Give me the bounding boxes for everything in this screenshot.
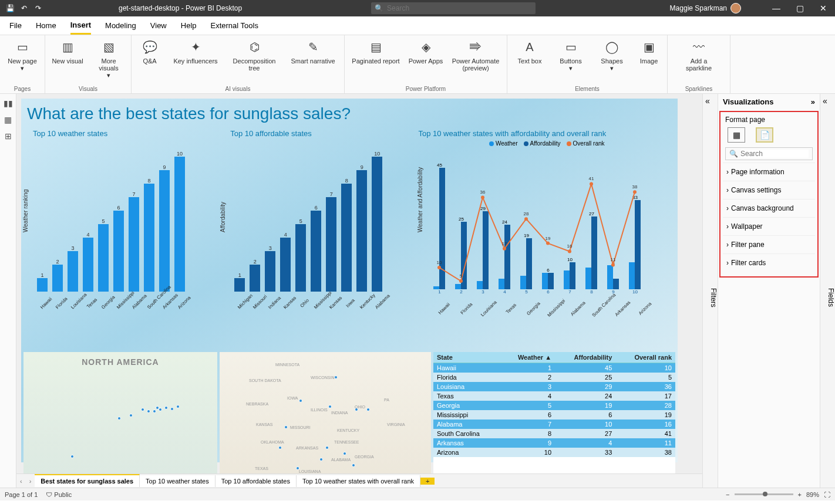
tab-prev[interactable]: ‹	[16, 478, 26, 485]
search-icon: 🔍	[375, 4, 383, 12]
undo-icon[interactable]: ↶	[19, 4, 29, 12]
page-tab[interactable]: Top 10 weather states with overall rank	[297, 475, 420, 487]
table-row[interactable]: Louisiana32936	[433, 382, 675, 391]
menu-insert[interactable]: Insert	[70, 17, 91, 35]
table-row[interactable]: Georgia51928	[433, 401, 675, 410]
chart-weather[interactable]: Top 10 weather states Weather ranking 12…	[23, 127, 216, 352]
textbox-button[interactable]: AText box	[512, 38, 547, 65]
user-area[interactable]: Maggie Sparkman	[670, 3, 765, 13]
map-point	[164, 406, 168, 410]
report-canvas[interactable]: What are the best states for sunglass sa…	[21, 99, 678, 462]
categories: HawaiiFloridaLouisianaTexasGeorgiaMissis…	[23, 292, 216, 302]
status-bar: Page 1 of 1 🛡 Public − + 89% ⛶	[0, 488, 835, 500]
table-row[interactable]: Arkansas9411	[433, 438, 675, 448]
tab-next[interactable]: ›	[26, 478, 35, 485]
table-row[interactable]: Florida2255	[433, 373, 675, 382]
report-tab-icon[interactable]: ▦	[728, 127, 745, 143]
menu-external-tools[interactable]: External Tools	[211, 18, 258, 33]
map-usa[interactable]: MINNESOTAWISCONSINSOUTH DAKOTAIOWANEBRAS…	[220, 352, 431, 483]
new-page-button[interactable]: ▭New page▾	[5, 38, 40, 72]
format-category-wallpaper[interactable]: Wallpaper	[723, 217, 815, 235]
table-row[interactable]: Mississippi6619	[433, 410, 675, 420]
page-tab[interactable]: Best states for sunglass sales	[35, 474, 140, 487]
more-visuals-button[interactable]: ▧More visuals▾	[91, 38, 126, 79]
group-label: Elements	[512, 84, 662, 92]
table-header[interactable]: Overall rank	[615, 352, 675, 363]
map-point	[352, 464, 355, 467]
decomp-button[interactable]: ⌬Decomposition tree	[228, 38, 281, 72]
bar-col: 9	[157, 164, 171, 292]
format-search-input[interactable]	[740, 150, 809, 158]
fit-icon[interactable]: ⛶	[824, 491, 830, 498]
papps-button[interactable]: ◈Power Apps	[408, 38, 443, 65]
table-row[interactable]: Texas42417	[433, 391, 675, 401]
format-search[interactable]: 🔍	[725, 147, 813, 160]
table-row[interactable]: Arizona103338	[433, 448, 675, 457]
menu-file[interactable]: File	[9, 18, 22, 33]
search-input[interactable]	[387, 4, 532, 12]
menu-view[interactable]: View	[150, 18, 167, 33]
sensitivity-label[interactable]: 🛡 Public	[46, 491, 72, 498]
format-category-page-information[interactable]: Page information	[723, 163, 815, 181]
map-point	[159, 408, 162, 411]
chart-combo[interactable]: Top 10 weather states with affordability…	[418, 127, 675, 352]
ribbon-label: New page▾	[8, 57, 37, 72]
key-inf-button[interactable]: ✦Key influencers	[169, 38, 222, 65]
model-view-icon[interactable]: ⊞	[5, 131, 12, 141]
map-point	[170, 407, 174, 411]
maximize-icon[interactable]: ▢	[788, 4, 812, 13]
smart-button[interactable]: ✎Smart narrative	[287, 38, 339, 65]
data-view-icon[interactable]: ▦	[4, 115, 12, 124]
format-tab-icon[interactable]: 📄	[756, 127, 773, 143]
titlebar: 💾 ↶ ↷ get-started-desktop - Power BI Des…	[0, 0, 835, 16]
table-header[interactable]: Weather ▲	[500, 352, 555, 363]
bar-col: 1	[35, 272, 49, 292]
minimize-icon[interactable]: —	[765, 4, 788, 13]
qna-button[interactable]: 💬Q&A	[136, 38, 163, 65]
format-category-canvas-settings[interactable]: Canvas settings	[723, 181, 815, 199]
redo-icon[interactable]: ↷	[33, 4, 43, 12]
ribbon-label: Q&A	[143, 57, 156, 65]
page-tab[interactable]: Top 10 weather states	[140, 475, 216, 487]
table-row[interactable]: South Carolina82741	[433, 429, 675, 438]
bar-col: 6	[309, 205, 323, 292]
format-category-canvas-background[interactable]: Canvas background	[723, 199, 815, 217]
map-point	[325, 446, 329, 449]
paginated-button[interactable]: ▤Paginated report	[349, 38, 402, 65]
sparkline-button[interactable]: 〰Add asparkline	[672, 38, 725, 72]
global-search[interactable]: 🔍	[371, 2, 536, 14]
table-header[interactable]: State	[433, 352, 500, 363]
filters-pane-collapsed[interactable]: « Filters	[702, 94, 718, 488]
pauto-button[interactable]: ⭆Power Automate(preview)	[449, 38, 502, 72]
avatar[interactable]	[730, 3, 741, 13]
image-button[interactable]: ▣Image	[635, 38, 662, 65]
add-page-button[interactable]: +	[420, 478, 435, 485]
page-tabs: ‹ › Best states for sunglass salesTop 10…	[16, 473, 702, 488]
report-view-icon[interactable]: ▮▮	[4, 99, 13, 108]
group-label: Power Platform	[349, 84, 502, 92]
menu-home[interactable]: Home	[36, 18, 56, 33]
menu-help[interactable]: Help	[181, 18, 197, 33]
zoom-out[interactable]: −	[726, 491, 729, 498]
data-table[interactable]: StateWeather ▲AffordabilityOverall rankH…	[433, 352, 675, 483]
zoom-in[interactable]: +	[798, 491, 802, 498]
table-row[interactable]: Hawaii14510	[433, 363, 675, 373]
map-world[interactable]: NORTH AMERICA ▶ Bing © 2019 Microsoft Co…	[23, 352, 217, 483]
format-category-filter-cards[interactable]: Filter cards	[723, 253, 815, 272]
save-icon[interactable]: 💾	[5, 4, 15, 12]
table-row[interactable]: Alabama71016	[433, 420, 675, 429]
bottom-row: NORTH AMERICA ▶ Bing © 2019 Microsoft Co…	[21, 352, 678, 483]
chart-affordable[interactable]: Top 10 affordable states Affordability 1…	[221, 127, 413, 352]
format-category-filter-pane[interactable]: Filter pane	[723, 235, 815, 253]
fields-pane-collapsed[interactable]: « Fields	[820, 94, 835, 488]
new-visual-button[interactable]: ▥New visual	[50, 38, 85, 65]
expand-icon[interactable]: »	[811, 97, 815, 106]
shapes-button[interactable]: ◯Shapes▾	[594, 38, 629, 72]
menu-modeling[interactable]: Modeling	[105, 18, 136, 33]
buttons-button[interactable]: ▭Buttons▾	[553, 38, 588, 72]
page-tab[interactable]: Top 10 affordable states	[216, 475, 297, 487]
ribbon-label: Decomposition tree	[228, 57, 281, 72]
close-icon[interactable]: ✕	[812, 4, 835, 13]
zoom-slider[interactable]	[735, 493, 793, 495]
table-header[interactable]: Affordability	[555, 352, 615, 363]
